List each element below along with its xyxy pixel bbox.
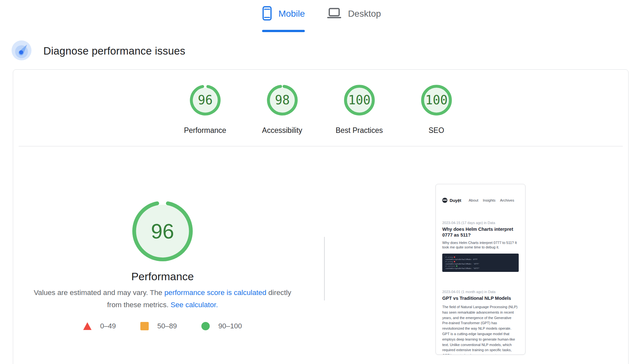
svg-text:96: 96: [198, 93, 212, 107]
desktop-laptop-icon: [327, 7, 341, 21]
page-title: Diagnose performance issues: [43, 45, 185, 57]
score-seo[interactable]: 100 SEO: [401, 85, 472, 135]
page-screenshot-thumbnail: Duyệt About Insights Archives 2023-04-15…: [436, 184, 525, 355]
post-excerpt: The field of Natural Language Processing…: [442, 304, 519, 355]
accessibility-gauge: 98: [267, 85, 298, 116]
report-card: 96 Performance 98 Accessibility 100 Best…: [13, 69, 629, 364]
performance-note: Values are estimated and may vary. The p…: [28, 287, 297, 311]
score-label-seo: SEO: [428, 126, 444, 135]
legend-item-fail: 0–49: [83, 322, 116, 330]
preview-site-nav: About Insights Archives: [469, 198, 514, 202]
score-performance[interactable]: 96 Performance: [170, 85, 241, 135]
score-best-practices[interactable]: 100 Best Practices: [324, 85, 395, 135]
orange-square-icon: [140, 322, 149, 330]
post-excerpt: Why does Helm Charts interpret 0777 to 5…: [442, 241, 519, 249]
legend-item-pass: 90–100: [201, 322, 242, 330]
tab-mobile-label: Mobile: [278, 9, 305, 19]
post-meta: 2023-04-01 (1 month ago) in Data: [442, 290, 519, 294]
tab-desktop[interactable]: Desktop: [327, 4, 381, 32]
score-label-accessibility: Accessibility: [262, 126, 302, 135]
red-triangle-icon: [83, 322, 92, 330]
post-meta: 2023-04-15 (17 days ago) in Data: [442, 221, 519, 225]
preview-site-header: Duyệt About Insights Archives: [442, 198, 519, 203]
see-calculator-link[interactable]: See calculator.: [171, 301, 218, 309]
performance-big-gauge: 96: [131, 200, 194, 263]
legend-item-average: 50–89: [140, 322, 177, 330]
device-tabs: Mobile Desktop: [0, 0, 643, 32]
note-text: Values are estimated and may vary. The: [34, 289, 164, 297]
preview-nav-insights: Insights: [483, 198, 496, 202]
performance-detail-title: Performance: [131, 270, 194, 283]
diagnose-heading-row: Diagnose performance issues: [12, 40, 643, 62]
category-scores-row: 96 Performance 98 Accessibility 100 Best…: [13, 85, 628, 135]
score-label-performance: Performance: [184, 126, 226, 135]
score-label-best-practices: Best Practices: [336, 126, 383, 135]
seo-gauge: 100: [421, 85, 452, 116]
performance-detail-section: 96 Performance Values are estimated and …: [13, 200, 312, 330]
preview-nav-about: About: [469, 198, 478, 202]
tab-mobile-active-underline: [262, 30, 305, 32]
speedometer-icon: [12, 40, 31, 62]
svg-text:100: 100: [348, 93, 370, 107]
post-title: Why does Helm Charts interpret 0777 as 5…: [442, 227, 519, 238]
mobile-phone-icon: [262, 6, 272, 22]
score-accessibility[interactable]: 98 Accessibility: [247, 85, 318, 135]
green-circle-icon: [201, 322, 210, 330]
preview-nav-archives: Archives: [500, 198, 514, 202]
code-block: # wrong customScriptsDefaultMode: 0777 #…: [442, 254, 519, 272]
tab-mobile[interactable]: Mobile: [262, 4, 305, 32]
legend-range-average: 50–89: [157, 322, 177, 330]
summary-divider: [19, 146, 623, 146]
svg-text:96: 96: [151, 220, 174, 243]
score-legend: 0–49 50–89 90–100: [83, 322, 242, 330]
legend-range-pass: 90–100: [218, 322, 242, 330]
site-name: Duyệt: [450, 198, 461, 203]
svg-text:100: 100: [425, 93, 447, 107]
legend-range-fail: 0–49: [100, 322, 116, 330]
post-title: GPT vs Traditional NLP Models: [442, 296, 519, 301]
best-practices-gauge: 100: [344, 85, 375, 116]
svg-text:98: 98: [275, 93, 289, 107]
score-calculation-link[interactable]: performance score is calculated: [164, 289, 267, 297]
performance-gauge: 96: [190, 85, 221, 116]
vertical-divider: [324, 237, 325, 300]
site-avatar: [442, 198, 447, 203]
tab-desktop-label: Desktop: [348, 9, 381, 19]
